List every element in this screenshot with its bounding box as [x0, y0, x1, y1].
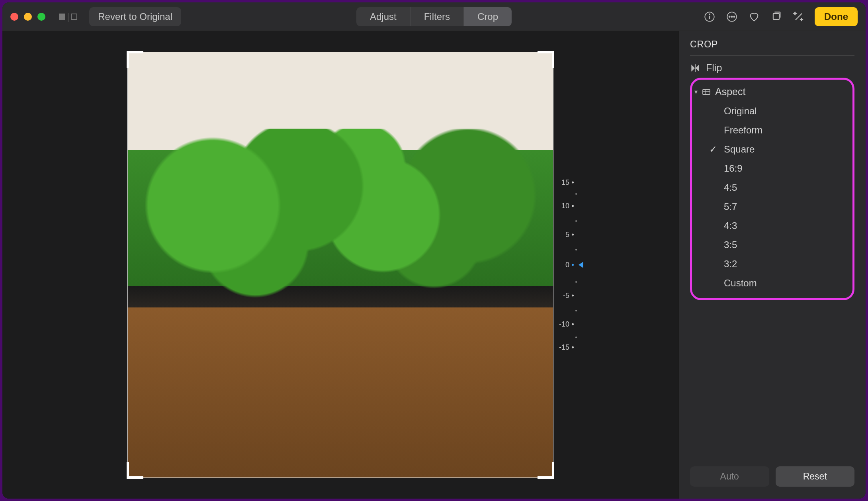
revert-button[interactable]: Revert to Original — [89, 7, 181, 26]
tab-filters[interactable]: Filters — [411, 7, 464, 26]
aspect-icon — [702, 87, 711, 97]
minimize-window-button[interactable] — [24, 13, 32, 21]
flip-label: Flip — [706, 62, 722, 74]
close-window-button[interactable] — [10, 13, 18, 21]
aspect-option-freeform[interactable]: Freeform — [709, 121, 850, 140]
more-icon[interactable] — [725, 10, 738, 23]
dial-tick-label: 0 — [565, 261, 569, 269]
tab-crop[interactable]: Crop — [464, 7, 512, 26]
crop-handle-br[interactable] — [538, 462, 554, 479]
aspect-row[interactable]: ▾ Aspect — [694, 83, 850, 102]
svg-rect-8 — [703, 90, 710, 94]
aspect-option-4-5[interactable]: 4:5 — [709, 178, 850, 197]
aspect-option-3-5[interactable]: 3:5 — [709, 235, 850, 254]
checkmark-icon: ✓ — [709, 144, 717, 155]
app-window: | Revert to Original Adjust Filters Crop — [2, 2, 866, 499]
reset-button[interactable]: Reset — [776, 466, 855, 487]
flip-icon — [690, 63, 700, 73]
aspect-option-4-3[interactable]: 4:3 — [709, 216, 850, 235]
crop-handle-bl[interactable] — [127, 462, 143, 479]
straighten-dial[interactable]: 15 10 5 0 -5 -10 -15 — [554, 175, 586, 354]
favorite-icon[interactable] — [748, 10, 760, 23]
dial-tick-label: 10 — [561, 202, 569, 210]
dial-tick-label: 15 — [561, 178, 569, 187]
content-area: 15 10 5 0 -5 -10 -15 CROP — [2, 31, 866, 499]
done-button[interactable]: Done — [815, 7, 858, 26]
dial-pointer-icon — [579, 262, 583, 268]
aspect-option-original[interactable]: Original — [709, 102, 850, 121]
crop-frame[interactable]: 15 10 5 0 -5 -10 -15 — [127, 52, 553, 478]
aspect-highlight: ▾ Aspect Original Freeform ✓Square 16:9 … — [690, 78, 854, 300]
aspect-option-3-2[interactable]: 3:2 — [709, 254, 850, 274]
flip-row[interactable]: Flip — [690, 56, 854, 80]
dial-tick-label: -15 — [559, 343, 569, 352]
edit-tabs: Adjust Filters Crop — [356, 7, 512, 26]
svg-rect-7 — [773, 13, 779, 19]
chevron-down-icon: ▾ — [694, 88, 698, 96]
view-toggle[interactable]: | — [59, 11, 77, 22]
window-controls — [10, 13, 45, 21]
rotate-icon[interactable] — [770, 10, 783, 23]
svg-point-6 — [733, 16, 735, 17]
aspect-option-custom[interactable]: Custom — [709, 274, 850, 293]
dial-tick-label: 5 — [565, 230, 569, 239]
dial-tick-label: -10 — [559, 320, 569, 328]
aspect-option-16-9[interactable]: 16:9 — [709, 159, 850, 178]
thumbnail-view-icon — [59, 14, 65, 20]
panel-title: CROP — [690, 39, 854, 56]
aspect-option-5-7[interactable]: 5:7 — [709, 197, 850, 216]
crop-handle-tl[interactable] — [127, 51, 143, 68]
aspect-options-list: Original Freeform ✓Square 16:9 4:5 5:7 4… — [694, 102, 850, 293]
crop-handle-tr[interactable] — [538, 51, 554, 68]
aspect-option-square[interactable]: ✓Square — [709, 140, 850, 159]
crop-sidepanel: CROP Flip ▾ Aspect Original Freeform ✓Sq… — [678, 31, 866, 499]
toolbar-actions: Done — [703, 7, 858, 26]
aspect-label: Aspect — [715, 86, 745, 98]
svg-point-5 — [731, 16, 732, 17]
dial-tick-label: -5 — [563, 291, 569, 299]
auto-enhance-icon[interactable] — [792, 10, 805, 23]
canvas-area: 15 10 5 0 -5 -10 -15 — [2, 31, 678, 499]
panel-footer: Auto Reset — [690, 466, 854, 491]
auto-button[interactable]: Auto — [690, 466, 769, 487]
toolbar: | Revert to Original Adjust Filters Crop — [2, 2, 866, 31]
svg-point-4 — [729, 16, 730, 17]
info-icon[interactable] — [703, 10, 716, 23]
fullscreen-window-button[interactable] — [37, 13, 45, 21]
svg-point-2 — [709, 14, 710, 15]
single-view-icon — [71, 14, 77, 20]
tab-adjust[interactable]: Adjust — [356, 7, 411, 26]
